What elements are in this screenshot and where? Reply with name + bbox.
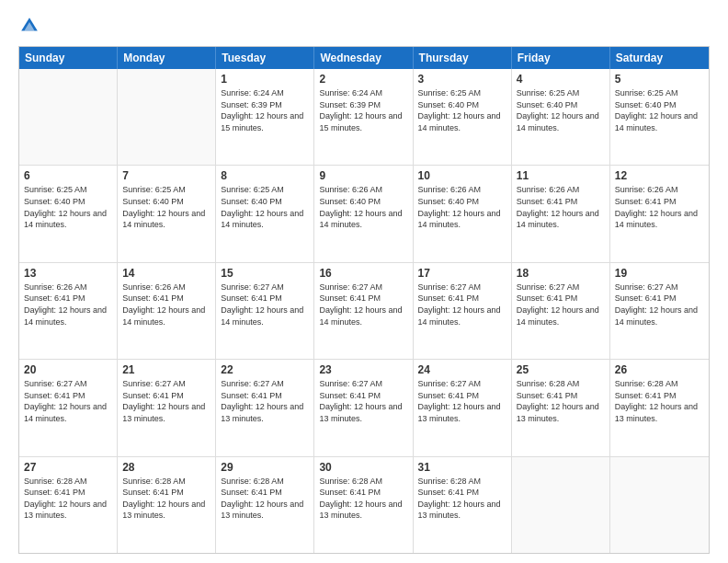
- calendar-day-25: 25Sunrise: 6:28 AM Sunset: 6:41 PM Dayli…: [512, 360, 610, 455]
- day-number: 4: [517, 73, 605, 86]
- day-detail: Sunrise: 6:27 AM Sunset: 6:41 PM Dayligh…: [319, 282, 407, 327]
- header-day-wednesday: Wednesday: [314, 47, 413, 69]
- day-number: 9: [319, 169, 407, 182]
- day-detail: Sunrise: 6:25 AM Sunset: 6:40 PM Dayligh…: [517, 87, 605, 133]
- calendar-day-27: 27Sunrise: 6:28 AM Sunset: 6:41 PM Dayli…: [19, 457, 118, 553]
- day-detail: Sunrise: 6:27 AM Sunset: 6:41 PM Dayligh…: [615, 282, 704, 327]
- calendar-empty-cell: [610, 457, 709, 553]
- calendar-day-13: 13Sunrise: 6:26 AM Sunset: 6:41 PM Dayli…: [19, 263, 118, 359]
- calendar-body: 1Sunrise: 6:24 AM Sunset: 6:39 PM Daylig…: [19, 69, 709, 553]
- day-detail: Sunrise: 6:28 AM Sunset: 6:41 PM Dayligh…: [221, 476, 309, 522]
- day-number: 25: [517, 363, 605, 376]
- calendar-day-24: 24Sunrise: 6:27 AM Sunset: 6:41 PM Dayli…: [414, 360, 512, 455]
- calendar-row-1: 1Sunrise: 6:24 AM Sunset: 6:39 PM Daylig…: [19, 69, 709, 165]
- header-day-friday: Friday: [512, 47, 610, 69]
- calendar-day-28: 28Sunrise: 6:28 AM Sunset: 6:41 PM Dayli…: [118, 457, 216, 553]
- day-number: 18: [517, 267, 605, 280]
- header: [18, 15, 710, 37]
- day-number: 17: [418, 267, 506, 280]
- day-detail: Sunrise: 6:28 AM Sunset: 6:41 PM Dayligh…: [418, 476, 506, 522]
- day-number: 30: [319, 461, 407, 474]
- day-number: 21: [122, 363, 210, 376]
- day-number: 8: [221, 169, 309, 182]
- day-detail: Sunrise: 6:25 AM Sunset: 6:40 PM Dayligh…: [122, 184, 210, 230]
- day-detail: Sunrise: 6:27 AM Sunset: 6:41 PM Dayligh…: [319, 378, 407, 424]
- header-day-thursday: Thursday: [414, 47, 512, 69]
- calendar-row-2: 6Sunrise: 6:25 AM Sunset: 6:40 PM Daylig…: [19, 165, 709, 261]
- day-detail: Sunrise: 6:26 AM Sunset: 6:40 PM Dayligh…: [418, 184, 506, 230]
- calendar-day-29: 29Sunrise: 6:28 AM Sunset: 6:41 PM Dayli…: [216, 457, 314, 553]
- calendar-day-4: 4Sunrise: 6:25 AM Sunset: 6:40 PM Daylig…: [512, 69, 610, 165]
- day-detail: Sunrise: 6:27 AM Sunset: 6:41 PM Dayligh…: [24, 378, 112, 424]
- page: SundayMondayTuesdayWednesdayThursdayFrid…: [0, 0, 728, 563]
- day-detail: Sunrise: 6:26 AM Sunset: 6:41 PM Dayligh…: [122, 282, 210, 327]
- calendar-day-23: 23Sunrise: 6:27 AM Sunset: 6:41 PM Dayli…: [314, 360, 413, 455]
- day-number: 19: [615, 267, 704, 280]
- calendar-row-4: 20Sunrise: 6:27 AM Sunset: 6:41 PM Dayli…: [19, 359, 709, 455]
- calendar-day-8: 8Sunrise: 6:25 AM Sunset: 6:40 PM Daylig…: [216, 166, 314, 261]
- calendar-day-21: 21Sunrise: 6:27 AM Sunset: 6:41 PM Dayli…: [118, 360, 216, 455]
- day-number: 11: [517, 169, 605, 182]
- calendar-day-12: 12Sunrise: 6:26 AM Sunset: 6:41 PM Dayli…: [610, 166, 709, 261]
- day-number: 28: [122, 461, 210, 474]
- calendar-day-30: 30Sunrise: 6:28 AM Sunset: 6:41 PM Dayli…: [314, 457, 413, 553]
- day-detail: Sunrise: 6:27 AM Sunset: 6:41 PM Dayligh…: [418, 282, 506, 327]
- day-number: 10: [418, 169, 506, 182]
- day-detail: Sunrise: 6:24 AM Sunset: 6:39 PM Dayligh…: [221, 87, 309, 133]
- calendar-empty-cell: [512, 457, 610, 553]
- day-detail: Sunrise: 6:27 AM Sunset: 6:41 PM Dayligh…: [517, 282, 605, 327]
- day-number: 20: [24, 363, 112, 376]
- day-detail: Sunrise: 6:27 AM Sunset: 6:41 PM Dayligh…: [418, 378, 506, 424]
- day-detail: Sunrise: 6:27 AM Sunset: 6:41 PM Dayligh…: [221, 282, 309, 327]
- calendar-day-10: 10Sunrise: 6:26 AM Sunset: 6:40 PM Dayli…: [414, 166, 512, 261]
- day-number: 15: [221, 267, 309, 280]
- calendar-day-18: 18Sunrise: 6:27 AM Sunset: 6:41 PM Dayli…: [512, 263, 610, 359]
- calendar-row-5: 27Sunrise: 6:28 AM Sunset: 6:41 PM Dayli…: [19, 456, 709, 553]
- day-number: 26: [615, 363, 704, 376]
- day-detail: Sunrise: 6:28 AM Sunset: 6:41 PM Dayligh…: [24, 476, 112, 522]
- day-number: 5: [615, 73, 704, 86]
- calendar-day-2: 2Sunrise: 6:24 AM Sunset: 6:39 PM Daylig…: [314, 69, 413, 165]
- day-detail: Sunrise: 6:28 AM Sunset: 6:41 PM Dayligh…: [122, 476, 210, 522]
- day-number: 23: [319, 363, 407, 376]
- day-detail: Sunrise: 6:25 AM Sunset: 6:40 PM Dayligh…: [615, 87, 704, 133]
- header-day-monday: Monday: [118, 47, 216, 69]
- calendar-day-11: 11Sunrise: 6:26 AM Sunset: 6:41 PM Dayli…: [512, 166, 610, 261]
- day-number: 2: [319, 73, 407, 86]
- day-detail: Sunrise: 6:25 AM Sunset: 6:40 PM Dayligh…: [418, 87, 506, 133]
- calendar-header: SundayMondayTuesdayWednesdayThursdayFrid…: [19, 47, 709, 69]
- day-detail: Sunrise: 6:24 AM Sunset: 6:39 PM Dayligh…: [319, 87, 407, 133]
- day-number: 7: [122, 169, 210, 182]
- day-number: 14: [122, 267, 210, 280]
- day-detail: Sunrise: 6:25 AM Sunset: 6:40 PM Dayligh…: [221, 184, 309, 230]
- day-number: 3: [418, 73, 506, 86]
- day-number: 12: [615, 169, 704, 182]
- day-detail: Sunrise: 6:28 AM Sunset: 6:41 PM Dayligh…: [517, 378, 605, 424]
- calendar-day-31: 31Sunrise: 6:28 AM Sunset: 6:41 PM Dayli…: [414, 457, 512, 553]
- day-number: 16: [319, 267, 407, 280]
- header-day-saturday: Saturday: [610, 47, 709, 69]
- calendar-day-20: 20Sunrise: 6:27 AM Sunset: 6:41 PM Dayli…: [19, 360, 118, 455]
- calendar-day-6: 6Sunrise: 6:25 AM Sunset: 6:40 PM Daylig…: [19, 166, 118, 261]
- header-day-sunday: Sunday: [19, 47, 118, 69]
- calendar-day-15: 15Sunrise: 6:27 AM Sunset: 6:41 PM Dayli…: [216, 263, 314, 359]
- calendar-day-7: 7Sunrise: 6:25 AM Sunset: 6:40 PM Daylig…: [118, 166, 216, 261]
- day-number: 22: [221, 363, 309, 376]
- day-number: 27: [24, 461, 112, 474]
- calendar-day-22: 22Sunrise: 6:27 AM Sunset: 6:41 PM Dayli…: [216, 360, 314, 455]
- calendar-day-19: 19Sunrise: 6:27 AM Sunset: 6:41 PM Dayli…: [610, 263, 709, 359]
- logo-icon: [18, 15, 40, 37]
- day-detail: Sunrise: 6:28 AM Sunset: 6:41 PM Dayligh…: [319, 476, 407, 522]
- day-number: 24: [418, 363, 506, 376]
- day-detail: Sunrise: 6:25 AM Sunset: 6:40 PM Dayligh…: [24, 184, 112, 230]
- day-number: 29: [221, 461, 309, 474]
- day-detail: Sunrise: 6:27 AM Sunset: 6:41 PM Dayligh…: [122, 378, 210, 424]
- calendar-day-1: 1Sunrise: 6:24 AM Sunset: 6:39 PM Daylig…: [216, 69, 314, 165]
- calendar-day-3: 3Sunrise: 6:25 AM Sunset: 6:40 PM Daylig…: [414, 69, 512, 165]
- calendar-day-16: 16Sunrise: 6:27 AM Sunset: 6:41 PM Dayli…: [314, 263, 413, 359]
- calendar-empty-cell: [19, 69, 118, 165]
- calendar-empty-cell: [118, 69, 216, 165]
- calendar-day-14: 14Sunrise: 6:26 AM Sunset: 6:41 PM Dayli…: [118, 263, 216, 359]
- day-number: 13: [24, 267, 112, 280]
- day-detail: Sunrise: 6:26 AM Sunset: 6:41 PM Dayligh…: [517, 184, 605, 230]
